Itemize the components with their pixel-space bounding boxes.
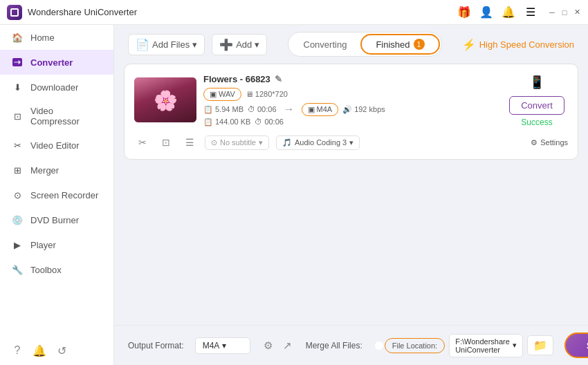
gift-icon[interactable]: 🎁 (458, 6, 470, 19)
refresh-icon[interactable]: ↺ (55, 344, 68, 357)
tab-finished[interactable]: Finished 1 (360, 34, 439, 55)
dvd-burner-icon: 💿 (11, 214, 24, 226)
app-icon-inner (10, 8, 19, 17)
audio-coding-select[interactable]: 🎵 Audio Coding 3 ▾ (276, 135, 360, 150)
minimize-button[interactable]: ─ (548, 8, 556, 17)
device-icon[interactable]: 📱 (527, 73, 546, 92)
input-size: 📋 5.94 MB (203, 105, 244, 114)
output-duration: ⏱ 00:06 (255, 118, 284, 126)
audio-coding-label: Audio Coding 3 (295, 138, 347, 147)
file-card-top: Flowers - 66823 ✎ ▣ WAV 🖥 1280*720 (134, 73, 568, 127)
copy-icon[interactable]: ⊡ (158, 134, 174, 151)
subtitle-label: No subtitle (220, 138, 256, 147)
file-info-row-2: 📋 5.94 MB ⏱ 00:06 → ▣ M4A (203, 103, 499, 116)
add-files-icon: 📄 (136, 38, 149, 51)
sidebar-label-merger: Merger (30, 165, 59, 176)
edit-icon[interactable]: ✎ (275, 74, 282, 84)
downloader-icon: ⬇ (11, 81, 24, 93)
sidebar-label-converter: Converter (30, 57, 73, 68)
output-format-badge: ▣ M4A (302, 103, 339, 116)
folder-button[interactable]: 📁 (527, 335, 553, 355)
sidebar-item-video-editor[interactable]: ✂ Video Editor (0, 133, 113, 158)
sidebar-label-home: Home (30, 32, 55, 43)
share-icon[interactable]: ↗ (281, 339, 295, 353)
cut-icon[interactable]: ✂ (134, 134, 151, 151)
audio-icon: 🎵 (282, 138, 292, 147)
sidebar-item-player[interactable]: ▶ Player (0, 232, 113, 257)
home-icon: 🏠 (11, 31, 24, 44)
convert-button[interactable]: Convert (509, 96, 564, 115)
file-location-path[interactable]: F:\Wondershare UniConverter ▾ (449, 334, 523, 357)
format-dropdown-icon: ▾ (222, 341, 226, 350)
bitrate-icon: 🔊 (342, 105, 352, 114)
sidebar-item-toolbox[interactable]: 🔧 Toolbox (0, 257, 113, 282)
settings-button[interactable]: ⚙ Settings (531, 138, 568, 147)
file-location-group: File Location: F:\Wondershare UniConvert… (385, 334, 553, 357)
add-files-button[interactable]: 📄 Add Files ▾ (128, 34, 205, 55)
sidebar: 🏠 Home Converter ⬇ Downloader ⊡ Video Co… (0, 25, 114, 365)
titlebar-left: Wondershare UniConverter (7, 5, 137, 20)
output-size: 📋 144.00 KB (203, 118, 250, 127)
resolution-icon: 🖥 (246, 90, 253, 98)
output-format-label: Output Format: (128, 341, 184, 350)
sidebar-item-merger[interactable]: ⊞ Merger (0, 158, 113, 182)
player-icon: ▶ (11, 238, 24, 251)
input-resolution: 🖥 1280*720 (246, 90, 288, 98)
bell-icon[interactable]: 🔔 (502, 6, 515, 19)
notification-icon[interactable]: 🔔 (33, 344, 46, 357)
file-card: Flowers - 66823 ✎ ▣ WAV 🖥 1280*720 (124, 64, 578, 160)
subtitle-icon: ⊙ (211, 138, 217, 147)
maximize-button[interactable]: □ (560, 8, 569, 17)
audio-dropdown-icon: ▾ (349, 138, 353, 147)
sidebar-item-dvd-burner[interactable]: 💿 DVD Burner (0, 207, 113, 232)
screen-recorder-icon: ⊙ (11, 189, 24, 201)
toolbox-icon: 🔧 (11, 263, 24, 276)
output-format-select[interactable]: M4A ▾ (195, 337, 250, 354)
converter-icon (11, 56, 24, 68)
add-button[interactable]: ➕ Add ▾ (212, 34, 267, 55)
bottom-icons: ⚙ ↗ (261, 339, 295, 353)
sidebar-label-video-compressor: Video Compressor (30, 106, 102, 127)
sidebar-label-dvd-burner: DVD Burner (30, 215, 79, 225)
titlebar-controls: 🎁 👤 🔔 ☰ ─ □ ✕ (458, 6, 581, 19)
high-speed-button[interactable]: ⚡ High Speed Conversion (462, 38, 574, 51)
file-info-row: ▣ WAV 🖥 1280*720 (203, 88, 499, 101)
sidebar-item-video-compressor[interactable]: ⊡ Video Compressor (0, 100, 113, 133)
sidebar-item-converter[interactable]: Converter (0, 50, 113, 75)
output-bitrate: 🔊 192 kbps (342, 105, 385, 114)
sidebar-item-home[interactable]: 🏠 Home (0, 25, 113, 50)
path-dropdown-icon[interactable]: ▾ (513, 341, 517, 350)
arrow-right-icon: → (284, 103, 295, 115)
user-icon[interactable]: 👤 (480, 6, 493, 19)
output-video-icon: ▣ (308, 105, 315, 114)
subtitle-dropdown-icon: ▾ (259, 138, 263, 147)
finished-badge: 1 (414, 39, 425, 50)
start-all-button[interactable]: Start All (564, 333, 588, 358)
settings2-icon[interactable]: ⚙ (261, 339, 275, 353)
titlebar: Wondershare UniConverter 🎁 👤 🔔 ☰ ─ □ ✕ (0, 0, 588, 25)
add-files-dropdown-icon[interactable]: ▾ (192, 39, 197, 50)
menu-icon[interactable]: ☰ (524, 6, 537, 19)
tab-converting[interactable]: Converting (290, 36, 361, 53)
sidebar-item-screen-recorder[interactable]: ⊙ Screen Recorder (0, 182, 113, 207)
topbar-left: 📄 Add Files ▾ ➕ Add ▾ (128, 34, 267, 55)
sidebar-label-player: Player (30, 240, 56, 250)
sidebar-label-downloader: Downloader (30, 82, 78, 93)
help-icon[interactable]: ? (11, 344, 24, 357)
bottom-bar: Output Format: M4A ▾ ⚙ ↗ Merge All Files… (114, 325, 588, 365)
format-value: M4A (203, 341, 220, 350)
add-label: Add (236, 39, 252, 50)
subtitle-select[interactable]: ⊙ No subtitle ▾ (205, 135, 269, 150)
toggle-knob (375, 341, 383, 350)
list-icon[interactable]: ☰ (181, 134, 198, 151)
cards-area: Flowers - 66823 ✎ ▣ WAV 🖥 1280*720 (114, 64, 588, 325)
content-area: 📄 Add Files ▾ ➕ Add ▾ Converting Finishe… (114, 25, 588, 365)
sidebar-item-downloader[interactable]: ⬇ Downloader (0, 75, 113, 100)
close-button[interactable]: ✕ (573, 8, 581, 17)
add-dropdown-icon[interactable]: ▾ (255, 39, 259, 50)
merge-label: Merge All Files: (306, 341, 362, 350)
sidebar-label-screen-recorder: Screen Recorder (30, 190, 98, 200)
file-name-row: Flowers - 66823 ✎ (203, 74, 499, 84)
duration-icon: ⏱ (248, 105, 255, 113)
file-location-label: File Location: (385, 338, 445, 353)
